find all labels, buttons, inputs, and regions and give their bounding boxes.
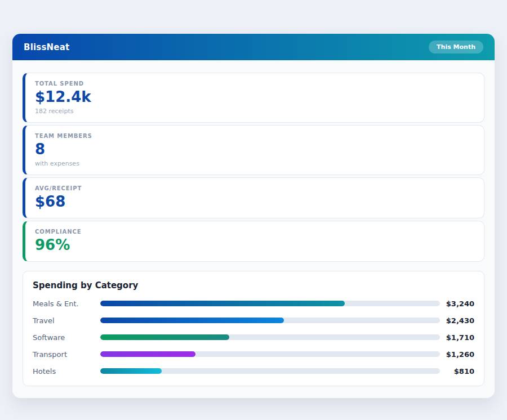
category-value: $1,710 [445,333,474,342]
category-value: $2,430 [445,316,474,325]
stat-label: TOTAL SPEND [35,81,474,87]
spending-by-category-card: Spending by Category Meals & Ent. $3,240… [23,271,484,386]
bar-fill-hotels [100,368,162,374]
bar-fill-software [100,334,229,340]
category-value: $3,240 [445,300,474,308]
period-badge[interactable]: This Month [429,41,483,53]
stat-value: $68 [35,194,474,211]
bar-row-travel: Travel $2,430 [33,316,474,325]
category-label: Hotels [33,367,100,376]
bar-track [100,351,440,357]
category-value: $1,260 [445,350,474,359]
dashboard-panel: BlissNeat This Month TOTAL SPEND $12.4k … [12,34,495,398]
bar-fill-meals [100,301,345,306]
category-label: Meals & Ent. [33,300,100,308]
bar-fill-travel [100,318,284,323]
bar-row-hotels: Hotels $810 [33,367,474,376]
stat-card-avg-receipt: AVG/RECEIPT $68 [23,177,484,218]
bar-track [100,334,440,340]
category-label: Transport [33,350,100,359]
stat-subtext: 182 receipts [35,108,474,115]
category-label: Software [33,333,100,342]
app-title: BlissNeat [24,42,69,52]
stat-subtext: with expenses [35,160,474,167]
chart-title: Spending by Category [33,280,474,291]
stat-label: TEAM MEMBERS [35,133,474,139]
stat-card-total-spend: TOTAL SPEND $12.4k 182 receipts [23,73,484,123]
stat-value: 8 [35,141,474,158]
category-label: Travel [33,316,100,325]
stat-label: COMPLIANCE [35,229,474,235]
category-value: $810 [445,367,474,376]
stat-value: $12.4k [35,89,474,106]
app-header: BlissNeat This Month [12,34,495,60]
bar-row-software: Software $1,710 [33,333,474,342]
stat-value: 96% [35,237,474,254]
bar-row-meals: Meals & Ent. $3,240 [33,300,474,308]
bar-track [100,318,440,323]
bar-row-transport: Transport $1,260 [33,350,474,359]
stat-card-team-members: TEAM MEMBERS 8 with expenses [23,125,484,175]
dashboard-body: TOTAL SPEND $12.4k 182 receipts TEAM MEM… [12,60,495,398]
stat-card-compliance: COMPLIANCE 96% [23,221,484,262]
bar-track [100,301,440,306]
stat-label: AVG/RECEIPT [35,185,474,191]
bar-fill-transport [100,351,195,357]
bar-track [100,368,440,374]
